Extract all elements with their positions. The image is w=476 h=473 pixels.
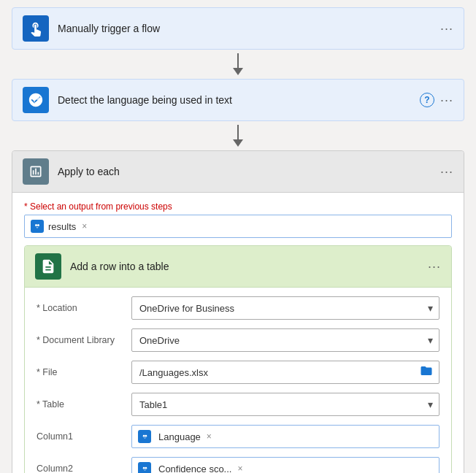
results-tag-close-button[interactable]: × <box>82 221 87 231</box>
svg-point-2 <box>35 224 37 226</box>
add-row-body: * Location OneDrive for Business ▾ * Doc… <box>25 288 451 473</box>
detect-lang-title: Detect the language being used in text <box>58 94 420 106</box>
column2-tag-close-button[interactable]: × <box>237 464 242 473</box>
add-row-header: Add a row into a table ··· <box>25 246 451 288</box>
svg-point-5 <box>145 434 147 437</box>
select-output-input[interactable]: results × <box>24 215 452 238</box>
file-value: /Languages.xlsx <box>139 367 208 378</box>
arrow-head-1 <box>233 68 243 75</box>
file-browse-button[interactable] <box>420 364 433 380</box>
location-value: OneDrive for Business <box>139 303 234 314</box>
location-dropdown[interactable]: OneDrive for Business ▾ <box>131 296 439 320</box>
svg-point-1 <box>36 96 40 101</box>
detect-lang-icon <box>23 87 49 113</box>
arrow-1 <box>233 50 243 79</box>
file-label: * File <box>37 367 131 377</box>
location-chevron-icon: ▾ <box>428 302 433 314</box>
location-label: * Location <box>37 303 131 313</box>
file-row: * File /Languages.xlsx <box>37 359 439 385</box>
column2-tag-label: Confidence sco... <box>158 464 231 474</box>
apply-each-header: Apply to each ··· <box>12 151 464 193</box>
add-row-step: Add a row into a table ··· * Location On… <box>24 245 452 473</box>
trigger-step: Manually trigger a flow ··· <box>12 7 464 50</box>
arrow-line-1 <box>237 53 239 68</box>
trigger-icon <box>23 15 49 42</box>
document-library-chevron-icon: ▾ <box>428 334 433 346</box>
column1-tag-close-button[interactable]: × <box>207 431 212 442</box>
column2-input[interactable]: Confidence sco... × <box>131 457 439 473</box>
detect-lang-actions: ? ··· <box>420 93 453 107</box>
apply-each-icon <box>23 158 49 185</box>
document-library-dropdown[interactable]: OneDrive ▾ <box>131 328 439 352</box>
svg-point-4 <box>142 434 145 437</box>
table-value: Table1 <box>139 399 167 410</box>
apply-each-more-button[interactable]: ··· <box>440 165 453 178</box>
flow-canvas: Manually trigger a flow ··· Detect the l… <box>0 0 476 473</box>
column1-tag-icon <box>138 430 151 443</box>
document-library-value: OneDrive <box>139 335 180 346</box>
svg-point-0 <box>32 96 37 101</box>
detect-lang-more-button[interactable]: ··· <box>440 93 453 107</box>
results-tag-label: results <box>48 221 76 232</box>
document-library-label: * Document Library <box>37 335 131 345</box>
arrow-head-2 <box>233 139 243 147</box>
trigger-title: Manually trigger a flow <box>58 23 440 34</box>
apply-each-container: Apply to each ··· * Select an output fro… <box>12 150 464 473</box>
document-library-row: * Document Library OneDrive ▾ <box>37 327 439 353</box>
trigger-more-button[interactable]: ··· <box>440 22 453 35</box>
trigger-actions: ··· <box>440 22 453 35</box>
file-input[interactable]: /Languages.xlsx <box>131 361 439 384</box>
column1-label: Column1 <box>37 431 131 442</box>
table-label: * Table <box>37 399 131 409</box>
column1-row: Column1 Language × <box>37 423 439 450</box>
svg-point-6 <box>142 466 145 469</box>
add-row-more-button[interactable]: ··· <box>428 260 441 273</box>
column2-tag-icon <box>138 462 151 473</box>
column1-tag-label: Language <box>158 431 201 442</box>
table-row: * Table Table1 ▾ <box>37 391 439 418</box>
svg-point-7 <box>145 466 147 469</box>
table-chevron-icon: ▾ <box>428 399 433 410</box>
results-tag-icon <box>31 220 44 233</box>
select-output-label: * Select an output from previous steps <box>24 201 452 212</box>
column2-row: Column2 Confidence sco... × <box>37 455 439 473</box>
column1-input[interactable]: Language × <box>131 425 439 448</box>
apply-each-body: * Select an output from previous steps r… <box>12 193 464 473</box>
apply-each-title: Apply to each <box>58 166 440 177</box>
table-dropdown[interactable]: Table1 ▾ <box>131 393 439 416</box>
location-row: * Location OneDrive for Business ▾ <box>37 295 439 321</box>
select-output-section: * Select an output from previous steps r… <box>24 201 452 238</box>
svg-point-3 <box>37 224 39 226</box>
arrow-2 <box>233 121 243 150</box>
column2-label: Column2 <box>37 464 131 473</box>
excel-icon <box>35 253 61 280</box>
arrow-line-2 <box>237 125 239 139</box>
add-row-title: Add a row into a table <box>70 261 428 272</box>
detect-lang-help-button[interactable]: ? <box>420 93 434 107</box>
detect-lang-step: Detect the language being used in text ?… <box>12 79 464 121</box>
